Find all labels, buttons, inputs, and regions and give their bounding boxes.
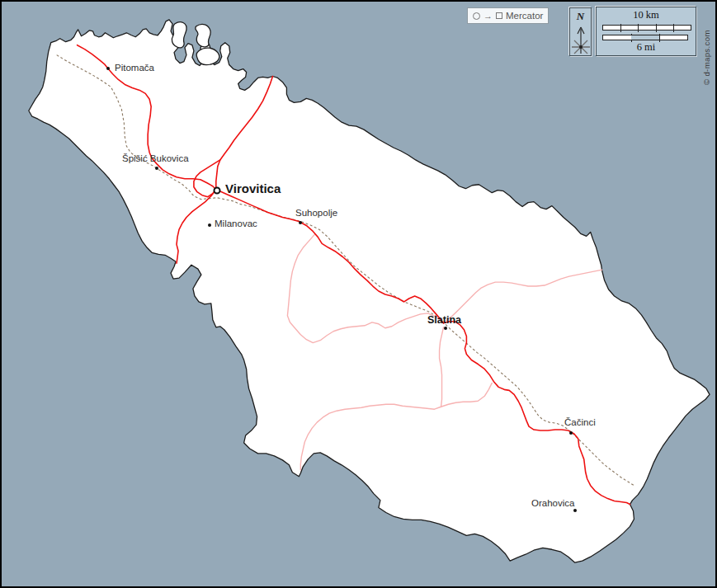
city-label: Milanovac <box>215 219 257 229</box>
city-marker <box>573 509 577 512</box>
city-label: Orahovica <box>531 498 574 509</box>
scale-segment <box>603 35 631 40</box>
scale-segment <box>656 26 673 30</box>
projection-label: Mercator <box>506 11 543 21</box>
scale-segment <box>603 26 620 30</box>
city-marker <box>569 431 573 435</box>
scale-segment <box>638 26 655 30</box>
scale-bar-km <box>602 25 691 31</box>
north-label: N <box>570 10 591 23</box>
city-label: Špišić Bukovica <box>122 153 189 164</box>
scale-mi-label: 6 mi <box>597 41 696 54</box>
projection-arrow-icon: → <box>484 12 493 21</box>
city-label: Virovitica <box>225 182 281 196</box>
city-label: Slatina <box>427 315 461 327</box>
compass-panel: N <box>569 7 592 56</box>
scale-km-label: 10 km <box>597 9 696 21</box>
copyright-watermark: © d-maps.com <box>702 7 713 85</box>
circle-outline-icon <box>473 12 480 20</box>
scale-bar-mi <box>602 35 688 40</box>
scale-panel: 10 km 6 mi <box>596 7 696 56</box>
city-marker <box>444 327 447 330</box>
scale-segment <box>620 26 638 30</box>
city-label: Čačinci <box>564 417 596 428</box>
city-marker <box>155 167 158 170</box>
city-marker <box>208 223 211 227</box>
scale-segment <box>673 26 691 30</box>
city-marker <box>106 67 110 70</box>
city-marker <box>299 221 302 224</box>
square-outline-icon <box>496 12 502 19</box>
scale-segment <box>631 35 659 40</box>
map-frame: PitomačaŠpišić BukovicaViroviticaMilanov… <box>0 0 717 588</box>
scale-segment <box>659 35 687 40</box>
projection-legend: → Mercator <box>467 7 549 24</box>
city-label: Pitomača <box>115 63 154 73</box>
city-layer: PitomačaŠpišić BukovicaViroviticaMilanov… <box>2 2 715 586</box>
compass-rose-icon <box>570 23 592 56</box>
city-label: Suhopolje <box>295 208 337 219</box>
capital-marker <box>214 187 221 195</box>
